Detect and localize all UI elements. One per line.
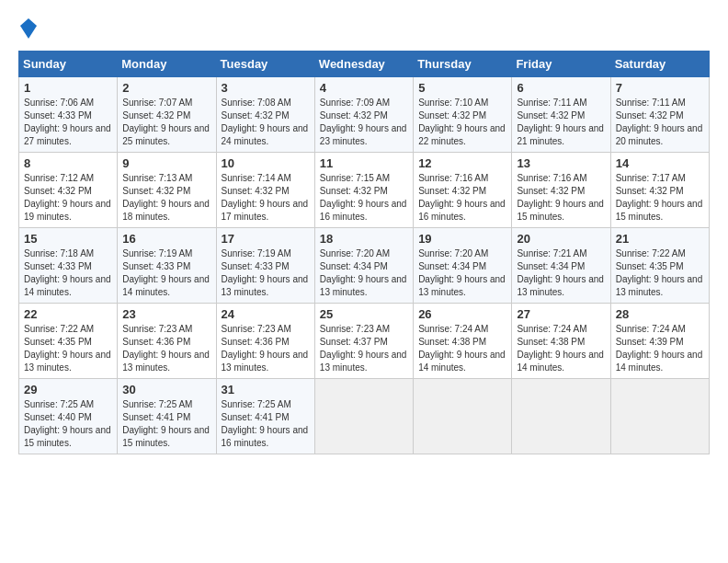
calendar-table: SundayMondayTuesdayWednesdayThursdayFrid… xyxy=(18,51,710,454)
day-number: 13 xyxy=(517,156,605,170)
day-number: 1 xyxy=(24,81,112,95)
day-number: 3 xyxy=(222,81,310,95)
day-number: 8 xyxy=(24,156,112,170)
calendar-cell: 2 Sunrise: 7:07 AM Sunset: 4:32 PM Dayli… xyxy=(118,77,216,153)
day-info: Sunrise: 7:12 AM Sunset: 4:32 PM Dayligh… xyxy=(24,173,111,222)
calendar-header-cell: Tuesday xyxy=(216,52,314,77)
calendar-cell: 1 Sunrise: 7:06 AM Sunset: 4:33 PM Dayli… xyxy=(19,77,118,153)
day-number: 27 xyxy=(517,307,605,321)
calendar-cell: 12 Sunrise: 7:16 AM Sunset: 4:32 PM Dayl… xyxy=(414,153,512,228)
calendar-cell: 29 Sunrise: 7:25 AM Sunset: 4:40 PM Dayl… xyxy=(19,379,118,454)
day-number: 16 xyxy=(122,232,210,246)
logo xyxy=(18,18,37,43)
calendar-row: 22 Sunrise: 7:22 AM Sunset: 4:35 PM Dayl… xyxy=(19,304,710,379)
calendar-cell: 30 Sunrise: 7:25 AM Sunset: 4:41 PM Dayl… xyxy=(118,379,216,454)
calendar-row: 8 Sunrise: 7:12 AM Sunset: 4:32 PM Dayli… xyxy=(19,153,710,228)
day-number: 12 xyxy=(418,156,506,170)
day-number: 14 xyxy=(616,156,704,170)
calendar-row: 1 Sunrise: 7:06 AM Sunset: 4:33 PM Dayli… xyxy=(19,77,710,153)
calendar-cell xyxy=(610,379,709,454)
calendar-cell: 28 Sunrise: 7:24 AM Sunset: 4:39 PM Dayl… xyxy=(610,304,709,379)
day-number: 26 xyxy=(418,307,506,321)
calendar-cell: 19 Sunrise: 7:20 AM Sunset: 4:34 PM Dayl… xyxy=(414,228,512,304)
day-number: 20 xyxy=(517,232,605,246)
day-info: Sunrise: 7:25 AM Sunset: 4:41 PM Dayligh… xyxy=(122,399,210,448)
calendar-cell: 27 Sunrise: 7:24 AM Sunset: 4:38 PM Dayl… xyxy=(512,304,610,379)
day-number: 15 xyxy=(24,232,112,246)
day-number: 28 xyxy=(616,307,704,321)
day-info: Sunrise: 7:16 AM Sunset: 4:32 PM Dayligh… xyxy=(418,173,506,222)
calendar-cell xyxy=(314,379,413,454)
calendar-row: 15 Sunrise: 7:18 AM Sunset: 4:33 PM Dayl… xyxy=(19,228,710,304)
day-info: Sunrise: 7:22 AM Sunset: 4:35 PM Dayligh… xyxy=(616,248,703,297)
calendar-header-cell: Wednesday xyxy=(314,52,413,77)
day-info: Sunrise: 7:10 AM Sunset: 4:32 PM Dayligh… xyxy=(418,98,506,146)
day-info: Sunrise: 7:24 AM Sunset: 4:39 PM Dayligh… xyxy=(616,324,703,373)
day-info: Sunrise: 7:19 AM Sunset: 4:33 PM Dayligh… xyxy=(122,248,210,297)
calendar-cell: 17 Sunrise: 7:19 AM Sunset: 4:33 PM Dayl… xyxy=(216,228,314,304)
logo-icon xyxy=(20,18,37,39)
calendar-cell: 31 Sunrise: 7:25 AM Sunset: 4:41 PM Dayl… xyxy=(216,379,314,454)
calendar-cell xyxy=(512,379,610,454)
calendar-header-cell: Monday xyxy=(118,52,216,77)
calendar-cell: 8 Sunrise: 7:12 AM Sunset: 4:32 PM Dayli… xyxy=(19,153,118,228)
calendar-cell: 3 Sunrise: 7:08 AM Sunset: 4:32 PM Dayli… xyxy=(216,77,314,153)
calendar-cell: 24 Sunrise: 7:23 AM Sunset: 4:36 PM Dayl… xyxy=(216,304,314,379)
day-info: Sunrise: 7:25 AM Sunset: 4:41 PM Dayligh… xyxy=(222,399,309,448)
calendar-cell: 6 Sunrise: 7:11 AM Sunset: 4:32 PM Dayli… xyxy=(512,77,610,153)
day-info: Sunrise: 7:08 AM Sunset: 4:32 PM Dayligh… xyxy=(222,98,309,146)
calendar-cell: 13 Sunrise: 7:16 AM Sunset: 4:32 PM Dayl… xyxy=(512,153,610,228)
day-info: Sunrise: 7:20 AM Sunset: 4:34 PM Dayligh… xyxy=(418,248,506,297)
calendar-cell: 4 Sunrise: 7:09 AM Sunset: 4:32 PM Dayli… xyxy=(314,77,413,153)
calendar-cell: 11 Sunrise: 7:15 AM Sunset: 4:32 PM Dayl… xyxy=(314,153,413,228)
calendar-cell: 22 Sunrise: 7:22 AM Sunset: 4:35 PM Dayl… xyxy=(19,304,118,379)
day-number: 2 xyxy=(122,81,210,95)
day-number: 30 xyxy=(122,383,210,396)
calendar-cell: 15 Sunrise: 7:18 AM Sunset: 4:33 PM Dayl… xyxy=(19,228,118,304)
day-info: Sunrise: 7:11 AM Sunset: 4:32 PM Dayligh… xyxy=(616,98,703,146)
day-info: Sunrise: 7:16 AM Sunset: 4:32 PM Dayligh… xyxy=(517,173,604,222)
day-number: 24 xyxy=(222,307,310,321)
day-info: Sunrise: 7:20 AM Sunset: 4:34 PM Dayligh… xyxy=(320,248,407,297)
day-info: Sunrise: 7:19 AM Sunset: 4:33 PM Dayligh… xyxy=(222,248,309,297)
calendar-cell: 20 Sunrise: 7:21 AM Sunset: 4:34 PM Dayl… xyxy=(512,228,610,304)
day-number: 29 xyxy=(24,383,112,396)
day-number: 19 xyxy=(418,232,506,246)
day-info: Sunrise: 7:24 AM Sunset: 4:38 PM Dayligh… xyxy=(517,324,604,373)
calendar-cell: 18 Sunrise: 7:20 AM Sunset: 4:34 PM Dayl… xyxy=(314,228,413,304)
calendar-header-row: SundayMondayTuesdayWednesdayThursdayFrid… xyxy=(19,52,710,77)
day-info: Sunrise: 7:17 AM Sunset: 4:32 PM Dayligh… xyxy=(616,173,703,222)
day-number: 5 xyxy=(418,81,506,95)
calendar-cell: 25 Sunrise: 7:23 AM Sunset: 4:37 PM Dayl… xyxy=(314,304,413,379)
header xyxy=(18,15,710,43)
calendar-cell: 23 Sunrise: 7:23 AM Sunset: 4:36 PM Dayl… xyxy=(118,304,216,379)
day-info: Sunrise: 7:14 AM Sunset: 4:32 PM Dayligh… xyxy=(222,173,309,222)
day-info: Sunrise: 7:07 AM Sunset: 4:32 PM Dayligh… xyxy=(122,98,210,146)
day-number: 17 xyxy=(222,232,310,246)
day-number: 6 xyxy=(517,81,605,95)
calendar-header-cell: Sunday xyxy=(19,52,118,77)
day-info: Sunrise: 7:22 AM Sunset: 4:35 PM Dayligh… xyxy=(24,324,111,373)
day-info: Sunrise: 7:09 AM Sunset: 4:32 PM Dayligh… xyxy=(320,98,407,146)
calendar-cell: 21 Sunrise: 7:22 AM Sunset: 4:35 PM Dayl… xyxy=(610,228,709,304)
day-number: 10 xyxy=(222,156,310,170)
day-info: Sunrise: 7:23 AM Sunset: 4:36 PM Dayligh… xyxy=(222,324,309,373)
calendar-cell: 26 Sunrise: 7:24 AM Sunset: 4:38 PM Dayl… xyxy=(414,304,512,379)
calendar-header-cell: Friday xyxy=(512,52,610,77)
day-number: 4 xyxy=(320,81,408,95)
calendar-header-cell: Saturday xyxy=(610,52,709,77)
day-info: Sunrise: 7:18 AM Sunset: 4:33 PM Dayligh… xyxy=(24,248,111,297)
calendar-cell: 16 Sunrise: 7:19 AM Sunset: 4:33 PM Dayl… xyxy=(118,228,216,304)
day-number: 9 xyxy=(122,156,210,170)
day-number: 23 xyxy=(122,307,210,321)
day-number: 7 xyxy=(616,81,704,95)
day-number: 22 xyxy=(24,307,112,321)
day-number: 25 xyxy=(320,307,408,321)
calendar-cell: 9 Sunrise: 7:13 AM Sunset: 4:32 PM Dayli… xyxy=(118,153,216,228)
calendar-cell: 7 Sunrise: 7:11 AM Sunset: 4:32 PM Dayli… xyxy=(610,77,709,153)
day-info: Sunrise: 7:23 AM Sunset: 4:36 PM Dayligh… xyxy=(122,324,210,373)
day-info: Sunrise: 7:25 AM Sunset: 4:40 PM Dayligh… xyxy=(24,399,111,448)
calendar-cell: 10 Sunrise: 7:14 AM Sunset: 4:32 PM Dayl… xyxy=(216,153,314,228)
day-info: Sunrise: 7:15 AM Sunset: 4:32 PM Dayligh… xyxy=(320,173,407,222)
calendar-row: 29 Sunrise: 7:25 AM Sunset: 4:40 PM Dayl… xyxy=(19,379,710,454)
